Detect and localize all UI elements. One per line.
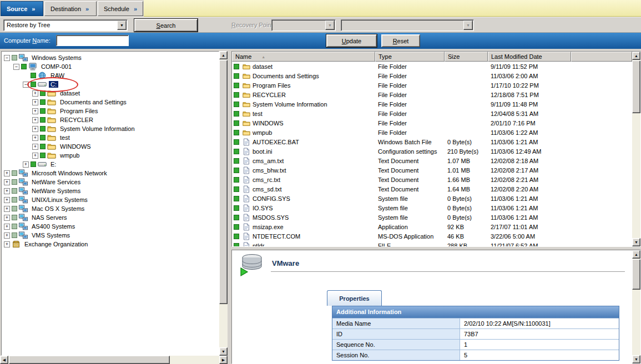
item-checkbox[interactable] — [234, 224, 239, 230]
tree-item-label[interactable]: Program Files — [58, 108, 99, 114]
tree-item[interactable]: +WINDOWS — [2, 142, 219, 151]
tree-item-label[interactable]: COMP-001 — [39, 63, 73, 70]
expand-toggle-icon[interactable]: + — [4, 206, 10, 212]
tree-item[interactable]: +NetWare Services — [2, 178, 219, 186]
item-checkbox[interactable] — [234, 92, 239, 98]
tree-item[interactable]: RAW — [2, 71, 219, 80]
column-header-size[interactable]: Size — [445, 52, 488, 62]
file-row[interactable]: System Volume InformationFile Folder9/11… — [232, 99, 632, 109]
properties-scrollbar[interactable]: ▲ ▼ — [632, 250, 640, 363]
item-checkbox[interactable] — [40, 135, 46, 140]
item-checkbox[interactable] — [40, 153, 46, 158]
tree-item[interactable]: +AS400 Systems — [2, 222, 219, 231]
scroll-up-button[interactable]: ▲ — [632, 52, 640, 60]
item-checkbox[interactable] — [234, 139, 239, 145]
file-row[interactable]: IO.SYSSystem file0 Byte(s)11/03/06 1:21 … — [232, 203, 632, 213]
file-row[interactable]: MSDOS.SYSSystem file0 Byte(s)11/03/06 1:… — [232, 213, 632, 222]
computer-name-input[interactable] — [56, 35, 129, 46]
item-checkbox[interactable] — [40, 126, 46, 132]
item-checkbox[interactable] — [234, 186, 239, 192]
item-checkbox[interactable] — [31, 73, 36, 78]
tree-item[interactable]: +Exchange Organization — [2, 240, 219, 249]
expand-toggle-icon[interactable]: + — [32, 117, 38, 123]
file-row[interactable]: RECYCLERFile Folder12/18/08 7:51 PM — [232, 90, 632, 99]
tree-item[interactable]: +Microsoft Windows Network — [2, 169, 219, 178]
file-row[interactable]: cms_sd.txtText Document1.64 MB12/02/08 2… — [232, 184, 632, 194]
item-checkbox[interactable] — [234, 168, 239, 173]
file-row[interactable]: ntldrFILE288 KB11/21/07 6:52 AM — [232, 241, 632, 246]
file-row[interactable]: msizap.exeApplication92 KB2/17/07 11:01 … — [232, 222, 632, 231]
item-checkbox[interactable] — [234, 73, 239, 79]
expand-toggle-icon[interactable]: + — [4, 170, 10, 176]
item-checkbox[interactable] — [21, 64, 27, 69]
item-checkbox[interactable] — [234, 234, 239, 239]
scroll-right-button[interactable]: ▶ — [219, 356, 228, 364]
file-row[interactable]: boot.iniConfiguration settings210 Byte(s… — [232, 146, 632, 156]
tree-horizontal-scrollbar[interactable]: ◀ ▶ — [0, 356, 228, 364]
expand-toggle-icon[interactable]: + — [32, 99, 38, 105]
item-checkbox[interactable] — [234, 196, 239, 201]
tab-destination[interactable]: Destination » — [44, 1, 97, 16]
expand-toggle-icon[interactable]: + — [32, 126, 38, 132]
tree-item-label[interactable]: Exchange Organization — [23, 241, 89, 247]
scroll-thumb[interactable] — [632, 259, 640, 290]
item-checkbox[interactable] — [40, 144, 46, 149]
scroll-up-button[interactable]: ▲ — [219, 51, 228, 59]
search-button[interactable]: Search — [134, 19, 198, 32]
expand-toggle-icon[interactable]: + — [4, 215, 10, 221]
column-header-name[interactable]: Name▲ — [232, 52, 375, 62]
item-checkbox[interactable] — [234, 120, 239, 126]
item-checkbox[interactable] — [12, 55, 17, 60]
tree-item[interactable]: +VMS Systems — [2, 231, 219, 240]
tree-vertical-scrollbar[interactable]: ▲ ▼ — [219, 51, 228, 356]
scroll-down-button[interactable]: ▼ — [219, 347, 228, 356]
item-checkbox[interactable] — [12, 197, 17, 203]
scroll-down-button[interactable]: ▼ — [632, 238, 640, 246]
tree-item-label[interactable]: Documents and Settings — [58, 99, 128, 105]
tree-item[interactable]: +test — [2, 133, 219, 142]
tree-item-label[interactable]: RECYCLER — [58, 117, 95, 123]
scroll-up-button[interactable]: ▲ — [632, 250, 640, 259]
expand-toggle-icon[interactable]: + — [32, 144, 38, 150]
tree-item[interactable]: +Documents and Settings — [2, 98, 219, 107]
tree-item-label[interactable]: VMS Systems — [30, 232, 72, 239]
tree-item[interactable]: +UNIX/Linux Systems — [2, 195, 219, 204]
scroll-thumb[interactable] — [632, 60, 640, 113]
expand-toggle-icon[interactable]: + — [32, 90, 38, 97]
tree-item-label[interactable]: UNIX/Linux Systems — [30, 196, 89, 203]
expand-toggle-icon[interactable]: + — [4, 188, 10, 194]
file-row[interactable]: Program FilesFile Folder1/17/10 10:22 PM — [232, 80, 632, 90]
item-checkbox[interactable] — [40, 108, 46, 114]
tree-item[interactable]: +dataset — [2, 89, 219, 98]
item-checkbox[interactable] — [12, 206, 17, 211]
item-checkbox[interactable] — [234, 83, 239, 88]
tree-item-label[interactable]: wmpub — [58, 152, 81, 159]
tree-item-label[interactable]: E: — [49, 161, 58, 168]
column-header-last-modified-date[interactable]: Last Modified Date — [488, 52, 571, 62]
item-checkbox[interactable] — [234, 64, 239, 69]
item-checkbox[interactable] — [12, 215, 17, 220]
tree-item-label[interactable]: Mac OS X Systems — [30, 205, 86, 212]
collapse-toggle-icon[interactable]: − — [13, 64, 19, 70]
tree-item[interactable]: +NetWare Systems — [2, 186, 219, 195]
item-checkbox[interactable] — [12, 232, 17, 238]
item-checkbox[interactable] — [40, 90, 46, 96]
item-checkbox[interactable] — [31, 161, 36, 167]
tree-item[interactable]: −COMP-001 — [2, 62, 219, 71]
tree-item[interactable]: +RECYCLER — [2, 115, 219, 124]
tree-item[interactable]: +Mac OS X Systems — [2, 204, 219, 213]
file-list-scrollbar[interactable]: ▲ ▼ — [632, 52, 640, 246]
expand-toggle-icon[interactable]: + — [4, 241, 10, 247]
file-row[interactable]: CONFIG.SYSSystem file0 Byte(s)11/03/06 1… — [232, 194, 632, 203]
tree-item-label[interactable]: System Volume Information — [58, 125, 137, 132]
item-checkbox[interactable] — [234, 149, 239, 154]
tree-item[interactable]: −C: — [2, 80, 219, 89]
tree-item-label[interactable]: WINDOWS — [58, 143, 93, 150]
tree-item[interactable]: +Program Files — [2, 107, 219, 115]
file-row[interactable]: AUTOEXEC.BATWindows Batch File0 Byte(s)1… — [232, 137, 632, 146]
expand-toggle-icon[interactable]: + — [4, 197, 10, 203]
expand-toggle-icon[interactable]: + — [23, 161, 29, 168]
scroll-down-button[interactable]: ▼ — [632, 355, 640, 363]
update-button[interactable]: Update — [326, 34, 377, 47]
item-checkbox[interactable] — [31, 82, 36, 87]
